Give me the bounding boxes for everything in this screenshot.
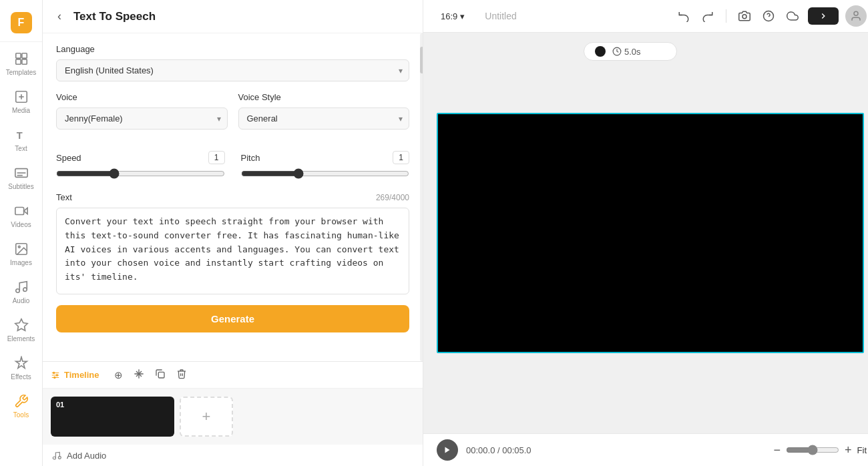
language-label: Language <box>56 44 409 54</box>
language-select[interactable]: English (United States) English (UK) Spa… <box>56 59 409 81</box>
voice-group: Voice Jenny(Female) Guy(Male) Aria(Femal… <box>56 92 228 140</box>
sidebar-item-videos[interactable]: Videos <box>0 197 42 235</box>
camera-button[interactable] <box>736 7 753 25</box>
user-avatar-button[interactable] <box>845 5 867 27</box>
voice-label: Voice <box>56 92 228 102</box>
cloud-button[interactable] <box>784 7 801 25</box>
zoom-slider[interactable] <box>786 445 839 455</box>
sidebar-item-subtitles[interactable]: Subtitles <box>0 159 42 197</box>
music-icon <box>51 450 61 461</box>
text-section-header: Text 269/4000 <box>56 192 409 202</box>
panel-header: ‹ Text To Speech <box>43 0 423 33</box>
zoom-in-button[interactable]: + <box>845 443 852 457</box>
sidebar-item-text-label: Text <box>15 145 27 152</box>
clock-icon <box>612 47 622 56</box>
svg-rect-11 <box>15 208 23 215</box>
voice-style-select-wrapper: General Cheerful Sad Angry ▾ <box>238 107 410 130</box>
top-bar: 16:9 ▾ Untitled <box>423 0 868 33</box>
voice-select-wrapper: Jenny(Female) Guy(Male) Aria(Female) Dav… <box>56 107 228 130</box>
app-logo[interactable]: F <box>0 5 42 42</box>
add-audio-label: Add Audio <box>67 451 106 461</box>
add-audio-row[interactable]: Add Audio <box>43 445 423 466</box>
sidebar-item-elements-label: Elements <box>7 335 35 342</box>
sidebar-item-templates-label: Templates <box>6 69 37 76</box>
zoom-out-button[interactable]: − <box>774 443 781 457</box>
help-button[interactable] <box>760 7 777 25</box>
toolbar-divider <box>726 9 726 23</box>
project-title: Untitled <box>479 11 667 21</box>
speed-pitch-row: Speed 1 Pitch 1 <box>56 151 409 182</box>
aspect-ratio-button[interactable]: 16:9 ▾ <box>434 9 471 24</box>
sidebar-item-videos-label: Videos <box>11 221 31 228</box>
voice-select[interactable]: Jenny(Female) Guy(Male) Aria(Female) Dav… <box>56 107 228 130</box>
pitch-slider[interactable] <box>241 168 410 179</box>
timeline-duplicate-button[interactable] <box>152 367 168 383</box>
sidebar-item-effects[interactable]: Effects <box>0 349 42 387</box>
svg-point-22 <box>58 456 61 459</box>
voice-style-label: Voice Style <box>238 92 410 102</box>
playback-bar: 00:00.0 / 00:05.0 − + Fit <box>423 433 868 466</box>
svg-point-26 <box>854 11 858 15</box>
sidebar-item-images[interactable]: Images <box>0 235 42 273</box>
panel-back-button[interactable]: ‹ <box>53 8 65 25</box>
panel-scrollbar[interactable] <box>420 33 423 361</box>
redo-button[interactable] <box>699 7 716 25</box>
svg-rect-0 <box>15 53 20 58</box>
generate-button[interactable]: Generate <box>56 305 409 332</box>
voice-style-group: Voice Style General Cheerful Sad Angry ▾ <box>238 92 410 140</box>
svg-point-15 <box>15 289 19 293</box>
svg-point-14 <box>18 246 20 248</box>
speed-label-row: Speed 1 <box>56 151 225 164</box>
undo-button[interactable] <box>675 7 692 25</box>
svg-point-23 <box>742 15 746 19</box>
sidebar-item-templates[interactable]: Templates <box>0 45 42 83</box>
time-indicator-bar: 5.0s <box>584 42 677 61</box>
voice-style-select[interactable]: General Cheerful Sad Angry <box>238 107 410 130</box>
clip-01[interactable]: 01 <box>51 397 174 437</box>
speed-slider[interactable] <box>56 168 225 179</box>
pitch-value: 1 <box>393 151 409 164</box>
timeline-add-button[interactable]: ⊕ <box>112 367 126 383</box>
svg-point-19 <box>54 377 55 378</box>
svg-marker-12 <box>23 208 27 214</box>
sidebar-item-text[interactable]: T Text <box>0 121 42 159</box>
play-button[interactable] <box>437 439 458 461</box>
speed-value: 1 <box>208 151 225 164</box>
add-clip-button[interactable]: + <box>180 397 233 437</box>
svg-text:T: T <box>16 130 22 141</box>
aspect-ratio-value: 16:9 <box>441 11 457 21</box>
sidebar-item-media[interactable]: Media <box>0 83 42 121</box>
voice-style-row: Voice Jenny(Female) Guy(Male) Aria(Femal… <box>56 92 409 140</box>
sidebar-item-subtitles-label: Subtitles <box>8 183 33 190</box>
timeline-icon <box>51 371 60 380</box>
icon-sidebar: F Templates Media T Text Subtitles Video… <box>0 0 43 466</box>
sidebar-item-elements[interactable]: Elements <box>0 311 42 349</box>
export-button[interactable] <box>808 7 839 25</box>
pitch-label-row: Pitch 1 <box>241 151 410 164</box>
scrollbar-thumb <box>420 47 423 73</box>
timeline-split-button[interactable] <box>131 367 147 383</box>
text-input[interactable]: Convert your text into speech straight f… <box>56 208 409 294</box>
preview-area: 16:9 ▾ Untitled <box>423 0 868 466</box>
speed-group: Speed 1 <box>56 151 225 182</box>
panel-content: Language English (United States) English… <box>43 33 423 361</box>
video-canvas[interactable] <box>437 113 864 353</box>
sidebar-item-tools-label: Tools <box>13 411 29 419</box>
svg-rect-20 <box>158 372 164 378</box>
fit-button[interactable]: Fit <box>857 445 867 455</box>
timeline-section: Timeline ⊕ 01 + Add A <box>43 361 423 466</box>
timeline-actions: ⊕ <box>112 367 190 383</box>
text-label: Text <box>56 192 72 202</box>
timeline-label: Timeline <box>51 370 99 380</box>
timeline-clips: 01 + <box>43 389 423 445</box>
time-display-canvas: 5.0s <box>612 47 641 57</box>
sidebar-item-audio[interactable]: Audio <box>0 273 42 311</box>
timeline-bar: Timeline ⊕ <box>43 362 423 389</box>
zoom-controls: − + Fit <box>774 443 867 457</box>
svg-rect-3 <box>21 59 26 64</box>
timeline-delete-button[interactable] <box>174 367 190 383</box>
sidebar-item-tools[interactable]: Tools <box>0 387 42 425</box>
svg-point-16 <box>23 288 27 292</box>
pitch-label: Pitch <box>241 153 260 163</box>
panel-title: Text To Speech <box>73 10 156 23</box>
